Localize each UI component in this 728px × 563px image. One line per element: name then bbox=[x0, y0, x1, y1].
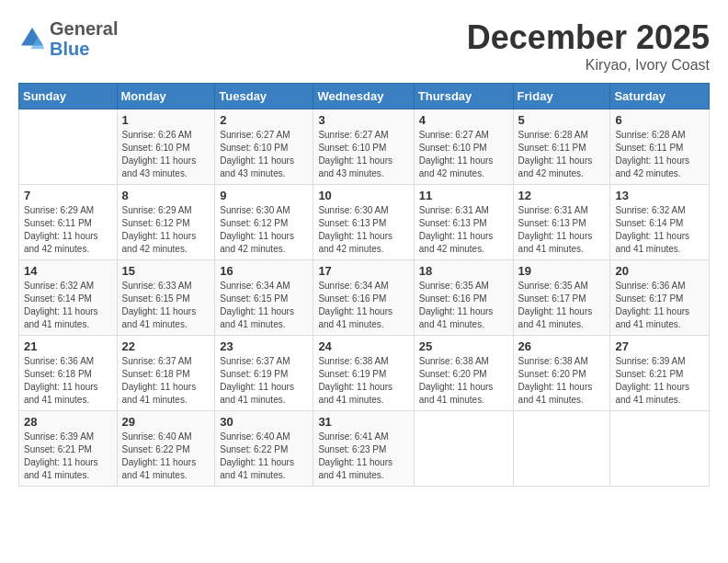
cell-info: Sunrise: 6:31 AM Sunset: 6:13 PM Dayligh… bbox=[518, 204, 606, 256]
day-number: 2 bbox=[220, 113, 308, 127]
weekday-header: Tuesday bbox=[215, 84, 313, 109]
calendar-cell: 17Sunrise: 6:34 AM Sunset: 6:16 PM Dayli… bbox=[313, 260, 414, 336]
day-number: 7 bbox=[24, 189, 112, 202]
calendar-cell: 21Sunrise: 6:36 AM Sunset: 6:18 PM Dayli… bbox=[19, 336, 118, 411]
day-number: 5 bbox=[518, 113, 606, 127]
cell-info: Sunrise: 6:27 AM Sunset: 6:10 PM Dayligh… bbox=[318, 129, 408, 180]
calendar-cell: 7Sunrise: 6:29 AM Sunset: 6:11 PM Daylig… bbox=[19, 185, 118, 260]
day-number: 17 bbox=[318, 264, 408, 278]
weekday-header: Saturday bbox=[610, 84, 710, 109]
calendar-cell: 24Sunrise: 6:38 AM Sunset: 6:19 PM Dayli… bbox=[313, 336, 414, 411]
calendar-cell: 23Sunrise: 6:37 AM Sunset: 6:19 PM Dayli… bbox=[215, 336, 313, 411]
page-header: General Blue December 2025 Kiryao, Ivory… bbox=[18, 18, 710, 74]
weekday-header: Wednesday bbox=[313, 84, 414, 109]
logo-line2: Blue bbox=[50, 39, 118, 59]
calendar-cell: 15Sunrise: 6:33 AM Sunset: 6:15 PM Dayli… bbox=[117, 260, 215, 336]
day-number: 23 bbox=[220, 339, 308, 353]
logo-line1: General bbox=[50, 18, 118, 39]
weekday-header: Thursday bbox=[414, 84, 513, 109]
cell-info: Sunrise: 6:27 AM Sunset: 6:10 PM Dayligh… bbox=[220, 129, 308, 180]
cell-info: Sunrise: 6:40 AM Sunset: 6:22 PM Dayligh… bbox=[122, 431, 210, 482]
cell-info: Sunrise: 6:29 AM Sunset: 6:11 PM Dayligh… bbox=[24, 204, 112, 256]
calendar-cell: 16Sunrise: 6:34 AM Sunset: 6:15 PM Dayli… bbox=[215, 260, 313, 336]
calendar-cell: 27Sunrise: 6:39 AM Sunset: 6:21 PM Dayli… bbox=[610, 336, 710, 411]
calendar-week-row: 28Sunrise: 6:39 AM Sunset: 6:21 PM Dayli… bbox=[19, 411, 710, 487]
cell-info: Sunrise: 6:39 AM Sunset: 6:21 PM Dayligh… bbox=[24, 431, 112, 482]
cell-info: Sunrise: 6:40 AM Sunset: 6:22 PM Dayligh… bbox=[220, 431, 308, 482]
calendar-cell: 20Sunrise: 6:36 AM Sunset: 6:17 PM Dayli… bbox=[610, 260, 710, 336]
cell-info: Sunrise: 6:26 AM Sunset: 6:10 PM Dayligh… bbox=[122, 129, 210, 180]
calendar-cell: 5Sunrise: 6:28 AM Sunset: 6:11 PM Daylig… bbox=[513, 109, 610, 185]
day-number: 10 bbox=[318, 189, 408, 202]
calendar-week-row: 14Sunrise: 6:32 AM Sunset: 6:14 PM Dayli… bbox=[19, 260, 710, 336]
day-number: 25 bbox=[419, 339, 508, 353]
cell-info: Sunrise: 6:28 AM Sunset: 6:11 PM Dayligh… bbox=[518, 129, 606, 180]
calendar-table: SundayMondayTuesdayWednesdayThursdayFrid… bbox=[18, 83, 710, 487]
day-number: 13 bbox=[615, 189, 704, 202]
day-number: 15 bbox=[122, 264, 210, 278]
cell-info: Sunrise: 6:38 AM Sunset: 6:20 PM Dayligh… bbox=[419, 355, 508, 407]
day-number: 21 bbox=[24, 339, 112, 353]
cell-info: Sunrise: 6:33 AM Sunset: 6:15 PM Dayligh… bbox=[122, 280, 210, 331]
weekday-header: Sunday bbox=[19, 84, 118, 109]
day-number: 16 bbox=[220, 264, 308, 278]
cell-info: Sunrise: 6:28 AM Sunset: 6:11 PM Dayligh… bbox=[615, 129, 704, 180]
cell-info: Sunrise: 6:39 AM Sunset: 6:21 PM Dayligh… bbox=[615, 355, 704, 407]
cell-info: Sunrise: 6:37 AM Sunset: 6:18 PM Dayligh… bbox=[122, 355, 210, 407]
day-number: 4 bbox=[419, 113, 508, 127]
cell-info: Sunrise: 6:32 AM Sunset: 6:14 PM Dayligh… bbox=[615, 204, 704, 256]
calendar-cell: 14Sunrise: 6:32 AM Sunset: 6:14 PM Dayli… bbox=[19, 260, 118, 336]
cell-info: Sunrise: 6:37 AM Sunset: 6:19 PM Dayligh… bbox=[220, 355, 308, 407]
day-number: 11 bbox=[419, 189, 508, 202]
day-number: 24 bbox=[318, 339, 408, 353]
day-number: 27 bbox=[615, 339, 704, 353]
calendar-cell bbox=[610, 411, 710, 487]
cell-info: Sunrise: 6:36 AM Sunset: 6:18 PM Dayligh… bbox=[24, 355, 112, 407]
cell-info: Sunrise: 6:30 AM Sunset: 6:13 PM Dayligh… bbox=[318, 204, 408, 256]
cell-info: Sunrise: 6:31 AM Sunset: 6:13 PM Dayligh… bbox=[419, 204, 508, 256]
cell-info: Sunrise: 6:30 AM Sunset: 6:12 PM Dayligh… bbox=[220, 204, 308, 256]
day-number: 26 bbox=[518, 339, 606, 353]
logo: General Blue bbox=[18, 18, 118, 59]
weekday-header: Friday bbox=[513, 84, 610, 109]
cell-info: Sunrise: 6:35 AM Sunset: 6:16 PM Dayligh… bbox=[419, 280, 508, 331]
weekday-header: Monday bbox=[117, 84, 215, 109]
calendar-cell: 18Sunrise: 6:35 AM Sunset: 6:16 PM Dayli… bbox=[414, 260, 513, 336]
calendar-week-row: 1Sunrise: 6:26 AM Sunset: 6:10 PM Daylig… bbox=[19, 109, 710, 185]
title-area: December 2025 Kiryao, Ivory Coast bbox=[467, 18, 710, 74]
month-title: December 2025 bbox=[467, 18, 710, 57]
calendar-cell: 28Sunrise: 6:39 AM Sunset: 6:21 PM Dayli… bbox=[19, 411, 118, 487]
calendar-cell: 29Sunrise: 6:40 AM Sunset: 6:22 PM Dayli… bbox=[117, 411, 215, 487]
calendar-cell: 30Sunrise: 6:40 AM Sunset: 6:22 PM Dayli… bbox=[215, 411, 313, 487]
calendar-cell: 13Sunrise: 6:32 AM Sunset: 6:14 PM Dayli… bbox=[610, 185, 710, 260]
day-number: 29 bbox=[122, 415, 210, 429]
calendar-cell: 22Sunrise: 6:37 AM Sunset: 6:18 PM Dayli… bbox=[117, 336, 215, 411]
day-number: 1 bbox=[122, 113, 210, 127]
calendar-cell: 25Sunrise: 6:38 AM Sunset: 6:20 PM Dayli… bbox=[414, 336, 513, 411]
calendar-cell: 3Sunrise: 6:27 AM Sunset: 6:10 PM Daylig… bbox=[313, 109, 414, 185]
calendar-cell: 26Sunrise: 6:38 AM Sunset: 6:20 PM Dayli… bbox=[513, 336, 610, 411]
day-number: 30 bbox=[220, 415, 308, 429]
calendar-cell: 4Sunrise: 6:27 AM Sunset: 6:10 PM Daylig… bbox=[414, 109, 513, 185]
calendar-week-row: 7Sunrise: 6:29 AM Sunset: 6:11 PM Daylig… bbox=[19, 185, 710, 260]
day-number: 9 bbox=[220, 189, 308, 202]
calendar-cell: 31Sunrise: 6:41 AM Sunset: 6:23 PM Dayli… bbox=[313, 411, 414, 487]
calendar-cell: 10Sunrise: 6:30 AM Sunset: 6:13 PM Dayli… bbox=[313, 185, 414, 260]
calendar-cell bbox=[513, 411, 610, 487]
calendar-cell: 12Sunrise: 6:31 AM Sunset: 6:13 PM Dayli… bbox=[513, 185, 610, 260]
cell-info: Sunrise: 6:32 AM Sunset: 6:14 PM Dayligh… bbox=[24, 280, 112, 331]
cell-info: Sunrise: 6:38 AM Sunset: 6:20 PM Dayligh… bbox=[518, 355, 606, 407]
day-number: 3 bbox=[318, 113, 408, 127]
logo-icon bbox=[18, 25, 46, 52]
cell-info: Sunrise: 6:29 AM Sunset: 6:12 PM Dayligh… bbox=[122, 204, 210, 256]
calendar-header-row: SundayMondayTuesdayWednesdayThursdayFrid… bbox=[19, 84, 710, 109]
day-number: 28 bbox=[24, 415, 112, 429]
day-number: 12 bbox=[518, 189, 606, 202]
calendar-cell: 19Sunrise: 6:35 AM Sunset: 6:17 PM Dayli… bbox=[513, 260, 610, 336]
cell-info: Sunrise: 6:34 AM Sunset: 6:16 PM Dayligh… bbox=[318, 280, 408, 331]
day-number: 8 bbox=[122, 189, 210, 202]
cell-info: Sunrise: 6:35 AM Sunset: 6:17 PM Dayligh… bbox=[518, 280, 606, 331]
cell-info: Sunrise: 6:27 AM Sunset: 6:10 PM Dayligh… bbox=[419, 129, 508, 180]
cell-info: Sunrise: 6:36 AM Sunset: 6:17 PM Dayligh… bbox=[615, 280, 704, 331]
calendar-cell bbox=[19, 109, 118, 185]
